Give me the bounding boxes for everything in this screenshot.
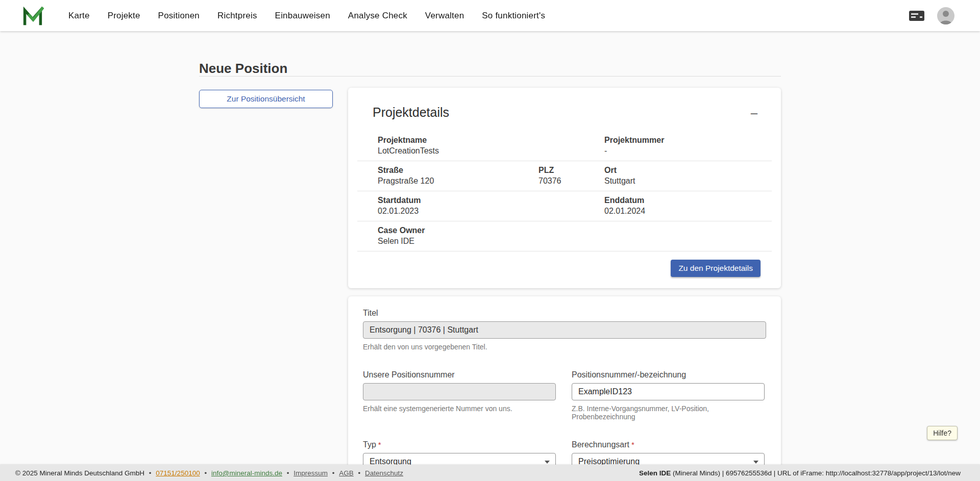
nav-item-einbauweisen[interactable]: Einbauweisen (275, 11, 330, 21)
positionsnummer-input[interactable] (572, 383, 765, 400)
chevron-down-icon (545, 461, 550, 464)
required-asterisk: * (378, 440, 381, 449)
unsere-positionsnummer-input (363, 383, 556, 400)
footer-impressum-link[interactable]: Impressum (293, 469, 328, 477)
titel-input (363, 321, 766, 339)
titel-group: Titel Erhält den von uns vorgegebenen Ti… (363, 309, 766, 351)
separator-dot: • (358, 469, 361, 477)
position-form-card: Titel Erhält den von uns vorgegebenen Ti… (348, 296, 781, 481)
unsere-positionsnummer-group: Unsere Positionsnummer Erhält eine syste… (363, 370, 556, 421)
project-row: Startdatum 02.01.2023 Enddatum 02.01.202… (357, 191, 772, 221)
project-details-header: Projektdetails – (348, 88, 781, 131)
footer-email-link[interactable]: info@mineral-minds.de (211, 469, 282, 477)
separator-dot: • (149, 469, 152, 477)
nav-item-so-funktionierts[interactable]: So funktioniert's (482, 11, 545, 21)
field-plz: PLZ 70376 (538, 166, 604, 186)
nav-item-karte[interactable]: Karte (68, 11, 90, 21)
positions-overview-button[interactable]: Zur Positionsübersicht (199, 90, 333, 108)
separator-dot: • (332, 469, 335, 477)
footer-user-name: Selen IDE (639, 469, 671, 477)
nav-item-verwalten[interactable]: Verwalten (425, 11, 464, 21)
project-details-title: Projektdetails (373, 105, 449, 120)
nav-item-analyse-check[interactable]: Analyse Check (348, 11, 407, 21)
unsere-positionsnummer-label: Unsere Positionsnummer (363, 370, 556, 379)
project-details-footer: Zu den Projektdetails (348, 251, 781, 288)
project-row: Projektname LotCreationTests Projektnumm… (357, 131, 772, 161)
page-header: Neue Position (199, 61, 781, 77)
user-avatar[interactable] (937, 7, 954, 24)
right-column: Projektdetails – Projektname LotCreation… (348, 88, 781, 481)
field-case-owner: Case Owner Selen IDE (378, 226, 604, 246)
field-strasse: Straße Pragstraße 120 (378, 166, 538, 186)
typ-label: Typ* (363, 440, 556, 449)
footer-agb-link[interactable]: AGB (339, 469, 354, 477)
field-projektnummer: Projektnummer - (604, 136, 772, 156)
project-row: Case Owner Selen IDE (357, 221, 772, 251)
footer-session-info: (Mineral Minds) | 69576255536d | URL of … (671, 469, 961, 477)
berechnungsart-label: Berechnungsart* (572, 440, 765, 449)
footer-datenschutz-link[interactable]: Datenschutz (365, 469, 403, 477)
navbar-right (909, 7, 954, 24)
separator-dot: • (204, 469, 207, 477)
project-details-card: Projektdetails – Projektname LotCreation… (348, 88, 781, 288)
project-details-rows: Projektname LotCreationTests Projektnumm… (357, 131, 772, 251)
card-reader-icon[interactable] (909, 10, 925, 22)
left-column: Zur Positionsübersicht (199, 88, 333, 108)
unsere-positionsnummer-helper: Erhält eine systemgenerierte Nummer von … (363, 404, 556, 413)
field-enddatum: Enddatum 02.01.2024 (604, 196, 772, 216)
collapse-minus-icon[interactable]: – (749, 108, 760, 118)
nav-item-projekte[interactable]: Projekte (108, 11, 140, 21)
titel-helper: Erhält den von uns vorgegebenen Titel. (363, 343, 766, 351)
nav-item-positionen[interactable]: Positionen (158, 11, 200, 21)
main-content: Neue Position Zur Positionsübersicht Pro… (199, 0, 781, 481)
required-asterisk: * (631, 440, 634, 449)
project-row: Straße Pragstraße 120 PLZ 70376 Ort Stut… (357, 161, 772, 191)
help-button[interactable]: Hilfe? (927, 426, 958, 440)
footer: © 2025 Mineral Minds Deutschland GmbH • … (0, 465, 980, 481)
positionsnummer-label: Positionsnummer/-bezeichnung (572, 370, 765, 379)
top-navbar: Karte Projekte Positionen Richtpreis Ein… (0, 0, 980, 31)
separator-dot: • (287, 469, 289, 477)
copyright-text: © 2025 Mineral Minds Deutschland GmbH (15, 469, 144, 477)
mineral-minds-logo-icon (21, 5, 44, 27)
project-details-link-button[interactable]: Zu den Projektdetails (671, 260, 761, 277)
positionsnummer-helper: Z.B. Interne-Vorgangsnummer, LV-Position… (572, 404, 765, 421)
page-title: Neue Position (199, 61, 781, 76)
app-logo[interactable] (21, 5, 44, 27)
footer-phone-link[interactable]: 07151/250100 (156, 469, 200, 477)
main-nav: Karte Projekte Positionen Richtpreis Ein… (68, 11, 545, 21)
field-startdatum: Startdatum 02.01.2023 (378, 196, 604, 216)
nav-item-richtpreis[interactable]: Richtpreis (217, 11, 257, 21)
chevron-down-icon (753, 461, 758, 464)
number-fields-row: Unsere Positionsnummer Erhält eine syste… (363, 370, 766, 421)
footer-session: Selen IDE (Mineral Minds) | 69576255536d… (639, 469, 961, 477)
footer-left: © 2025 Mineral Minds Deutschland GmbH • … (15, 469, 403, 477)
positionsnummer-group: Positionsnummer/-bezeichnung Z.B. Intern… (572, 370, 765, 421)
person-icon (937, 7, 954, 24)
field-projektname: Projektname LotCreationTests (378, 136, 604, 156)
titel-label: Titel (363, 309, 766, 318)
field-ort: Ort Stuttgart (604, 166, 772, 186)
